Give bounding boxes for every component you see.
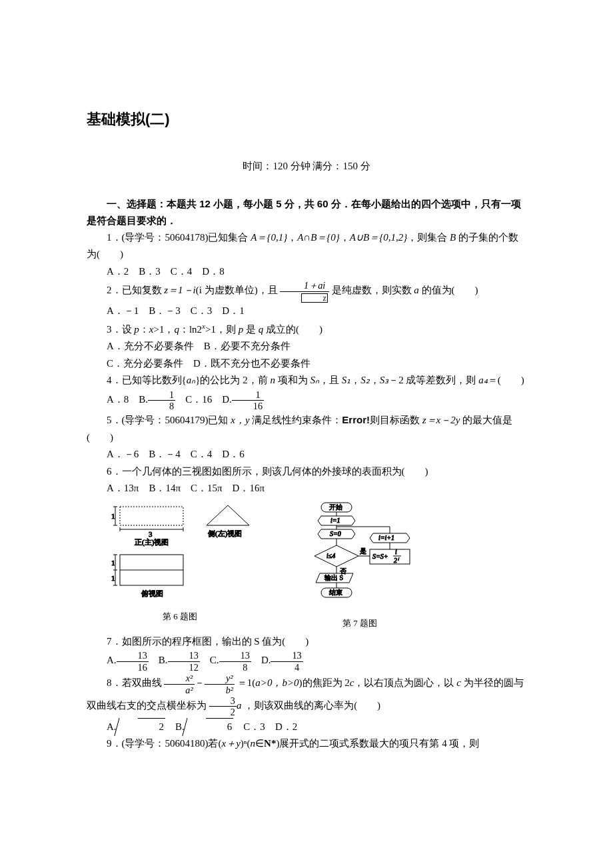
svg-text:i=i+1: i=i+1 [378, 534, 394, 541]
question-2-options: A．－1 B．－3 C．3 D．1 [87, 303, 526, 320]
svg-text:S=S+: S=S+ [372, 553, 388, 560]
figure-q7-caption: 第 7 题图 [293, 616, 426, 631]
svg-text:俯视图: 俯视图 [141, 589, 163, 597]
question-1: 1．(导学号：50604178)已知集合 A＝{0,1}，A∩B＝{0}，A∪B… [87, 229, 526, 263]
svg-text:1: 1 [111, 559, 115, 567]
question-3-options-ab: A．充分不必要条件 B．必要不充分条件 [87, 338, 526, 355]
question-8-options: A.2 B.6 C．3 D．2 [87, 718, 526, 736]
question-2: 2．已知复数 z＝1－i(i 为虚数单位)，且 1＋ai z 是纯虚数，则实数 … [87, 280, 526, 303]
question-4-options: A．8 B.18 C．16 D.116 [87, 389, 526, 412]
svg-text:i=1: i=1 [330, 517, 340, 524]
svg-text:3: 3 [149, 530, 153, 538]
svg-text:S=0: S=0 [330, 530, 341, 537]
question-5: 5．(导学号：50604179)已知 x，y 满足线性约束条件：Error!则目… [87, 411, 526, 446]
question-4: 4．已知等比数列{aₙ}的公比为 2，前 n 项和为 Sₙ，且 S₁，S₂，S₃… [87, 372, 526, 389]
svg-text:2ⁱ: 2ⁱ [394, 557, 400, 564]
svg-text:开始: 开始 [329, 503, 342, 511]
svg-marker-10 [207, 505, 249, 525]
svg-text:结束: 结束 [329, 589, 342, 596]
svg-text:是: 是 [360, 547, 366, 555]
question-6-options: A．13π B．14π C．15π D．16π [87, 480, 526, 497]
svg-text:正(主)视图: 正(主)视图 [135, 538, 169, 547]
figure-q7: 开始 i=1 S=0 i≤4 是 [293, 501, 426, 631]
figure-q6: 1 3 正(主)视图 侧(左)视图 1 [107, 501, 253, 631]
svg-rect-0 [120, 507, 183, 525]
question-7-options: A.1316 B.1312 C.138 D.134 [87, 650, 526, 673]
svg-text:1: 1 [111, 574, 115, 582]
svg-text:输出 S: 输出 S [324, 574, 343, 581]
page-title: 基础模拟(二) [87, 107, 526, 131]
time-limit: 时间：120 分钟 [243, 161, 310, 171]
question-1-options: A．2 B．3 C．4 D．8 [87, 263, 526, 281]
exam-meta: 时间：120 分钟 满分：150 分 [87, 158, 526, 175]
question-6: 6．一个几何体的三视图如图所示，则该几何体的外接球的表面积为( ) [87, 463, 526, 481]
full-score: 满分：150 分 [312, 161, 370, 171]
fraction: 1＋ai z [280, 280, 328, 303]
error-placeholder: Error! [342, 414, 370, 425]
svg-text:1: 1 [111, 512, 115, 520]
question-7: 7．如图所示的程序框图，输出的 S 值为( ) [87, 633, 526, 651]
section-1-heading: 一、选择题：本题共 12 小题，每小题 5 分，共 60 分．在每小题给出的四个… [87, 195, 526, 229]
svg-marker-29 [314, 545, 358, 567]
question-5-options: A．－6 B．－4 C．4 D．6 [87, 446, 526, 463]
svg-text:i: i [395, 548, 397, 555]
question-8: 8．若双曲线 x²a²－y²b² ＝1(a>0，b>0)的焦距为 2c，以右顶点… [87, 673, 526, 718]
figure-q6-caption: 第 6 题图 [107, 609, 253, 624]
svg-text:侧(左)视图: 侧(左)视图 [208, 529, 242, 538]
svg-text:i≤4: i≤4 [326, 552, 335, 559]
question-3: 3．设 p：x>1，q：ln2x>1，则 p 是 q 成立的( ) [87, 320, 526, 339]
question-3-options-cd: C．充分必要条件 D．既不充分也不必要条件 [87, 355, 526, 373]
question-9: 9．(导学号：50604180)若(x＋y)ⁿ(n∈N*)展开式的二项式系数最大… [87, 735, 526, 753]
